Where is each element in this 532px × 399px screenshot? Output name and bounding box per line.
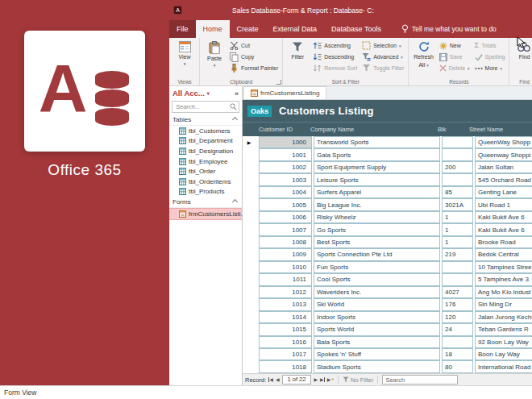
- cell-customer-id[interactable]: 1009: [259, 248, 312, 260]
- cell-street-name[interactable]: Bedok Central: [475, 248, 532, 260]
- record-selector[interactable]: ▶: [243, 311, 256, 323]
- record-selector[interactable]: ▶: [243, 136, 256, 148]
- record-selector[interactable]: ▶: [243, 148, 256, 160]
- cell-blk[interactable]: [442, 173, 473, 185]
- descending-button[interactable]: Descending: [311, 52, 359, 62]
- record-selector[interactable]: ▶: [243, 198, 256, 210]
- cell-blk[interactable]: 4027: [442, 286, 473, 298]
- delete-button[interactable]: Delete▾: [438, 63, 472, 73]
- cell-customer-id[interactable]: 1004: [259, 186, 312, 198]
- filter-status-button[interactable]: No Filter: [343, 376, 373, 384]
- table-row[interactable]: ▶ 1004 Surfers Apparel 85 Genting Lane: [243, 186, 532, 198]
- record-selector[interactable]: ▶: [243, 336, 256, 348]
- cell-company-name[interactable]: Big League Inc.: [314, 198, 440, 210]
- cell-street-name[interactable]: Kaki Bukit Ave 6: [475, 223, 532, 235]
- cell-street-name[interactable]: 5 Tampines Ave 3: [475, 273, 532, 285]
- table-row[interactable]: ▶ 1007 Go Sports 1 Kaki Bukit Ave 6: [243, 223, 532, 235]
- cell-company-name[interactable]: Sports World: [314, 323, 440, 335]
- refresh-all-button[interactable]: Refresh All ▾: [411, 40, 436, 69]
- nav-item-table[interactable]: tbl_Employee: [169, 156, 242, 167]
- cell-customer-id[interactable]: 1014: [259, 311, 312, 323]
- cell-street-name[interactable]: Ubi Road 1: [475, 198, 532, 210]
- table-row[interactable]: ▶ 1012 Waveriders Inc. 4027 Ang Mo Kio I…: [243, 286, 532, 298]
- nav-section-forms[interactable]: Forms: [169, 197, 242, 208]
- record-selector[interactable]: ▶: [243, 211, 256, 223]
- cell-blk[interactable]: 1: [442, 223, 473, 235]
- cell-customer-id[interactable]: 1012: [259, 286, 312, 298]
- cell-company-name[interactable]: Sports Connection Pte Ltd: [314, 248, 440, 260]
- previous-record-button[interactable]: ◀: [276, 377, 280, 382]
- tab-home[interactable]: Home: [196, 20, 230, 38]
- cell-company-name[interactable]: Gala Sports: [314, 148, 440, 160]
- totals-button[interactable]: Σ Totals: [473, 40, 507, 51]
- cell-street-name[interactable]: Ang Mo Kio Indust: [475, 286, 532, 298]
- record-search-input[interactable]: [382, 375, 458, 384]
- cell-customer-id[interactable]: 1002: [259, 161, 312, 173]
- table-row[interactable]: ▶ 1014 Indoor Sports 120 Jalan Jurong Ke…: [243, 311, 532, 323]
- first-record-button[interactable]: ◀: [268, 377, 273, 382]
- nav-item-table[interactable]: tbl_Customers: [169, 126, 242, 136]
- cell-street-name[interactable]: Kaki Bukit Ave 6: [475, 211, 532, 223]
- filter-button[interactable]: Filter: [285, 40, 310, 61]
- cell-company-name[interactable]: Best Sports: [314, 236, 440, 248]
- cell-blk[interactable]: [442, 336, 473, 348]
- cell-customer-id[interactable]: 1015: [259, 323, 312, 335]
- ascending-button[interactable]: Ascending: [311, 40, 359, 51]
- table-row[interactable]: ▶ 1005 Big League Inc. 3021A Ubi Road 1: [243, 198, 532, 210]
- cell-customer-id[interactable]: 1001: [259, 148, 312, 160]
- record-selector[interactable]: ▶: [243, 298, 256, 310]
- cell-street-name[interactable]: Teban Gardens R: [475, 323, 532, 335]
- cell-company-name[interactable]: Transworld Sports: [314, 136, 440, 148]
- cell-blk[interactable]: 85: [442, 186, 473, 198]
- cell-customer-id[interactable]: 1007: [259, 223, 312, 235]
- cell-blk[interactable]: 80: [442, 360, 473, 372]
- cell-customer-id[interactable]: 1017: [259, 348, 312, 360]
- next-record-button[interactable]: ▶: [314, 377, 318, 382]
- cell-customer-id[interactable]: 1016: [259, 336, 312, 348]
- cell-blk[interactable]: [442, 136, 473, 148]
- cell-company-name[interactable]: Indoor Sports: [314, 311, 440, 323]
- cell-company-name[interactable]: Leisure Sports: [314, 173, 440, 185]
- toggle-filter-button[interactable]: Toggle Filter: [360, 63, 405, 73]
- table-row[interactable]: ▶ 1002 Sport Equipment Supply 200 Jalan …: [243, 161, 532, 173]
- tab-create[interactable]: Create: [230, 20, 266, 38]
- nav-item-table[interactable]: tbl_Orderitems: [169, 177, 242, 187]
- advanced-button[interactable]: Advanced▾: [360, 52, 405, 62]
- record-selector[interactable]: ▶: [243, 323, 256, 335]
- cell-company-name[interactable]: Risky Wheelz: [314, 211, 440, 223]
- cell-customer-id[interactable]: 1003: [259, 173, 312, 185]
- format-painter-button[interactable]: Format Painter: [228, 63, 280, 73]
- record-position[interactable]: 1 of 22: [282, 375, 312, 384]
- record-selector[interactable]: ▶: [243, 286, 256, 298]
- paste-button[interactable]: Paste ▾: [202, 40, 227, 68]
- cell-blk[interactable]: 18: [442, 348, 473, 360]
- cell-blk[interactable]: 1: [442, 236, 473, 248]
- record-selector[interactable]: ▶: [243, 223, 256, 235]
- cell-street-name[interactable]: Jalan Jurong Kechi: [475, 311, 532, 323]
- cell-customer-id[interactable]: 1000: [259, 136, 312, 148]
- cell-company-name[interactable]: Stadium Sports: [314, 360, 440, 372]
- nav-item-table[interactable]: tbl_Products: [169, 187, 242, 197]
- record-selector[interactable]: ▶: [243, 161, 256, 173]
- cell-street-name[interactable]: QueenWay Shopp: [475, 136, 532, 148]
- new-blank-record-button[interactable]: ▶*: [327, 377, 334, 383]
- new-record-ribbon-button[interactable]: New: [438, 40, 472, 51]
- table-row[interactable]: ▶ 1008 Best Sports 1 Brooke Road: [243, 236, 532, 248]
- spelling-button[interactable]: Spelling: [473, 52, 507, 62]
- table-row[interactable]: ▶ 1017 Spokes 'n' Stuff 18 Boon Lay Way: [243, 348, 532, 360]
- cell-blk[interactable]: [442, 273, 473, 285]
- copy-button[interactable]: Copy: [228, 52, 280, 62]
- cell-street-name[interactable]: Genting Lane: [475, 186, 532, 198]
- table-row[interactable]: ▶ 1001 Gala Sports Queenway Shoppi: [243, 148, 532, 160]
- record-selector[interactable]: ▶: [243, 360, 256, 372]
- table-row[interactable]: ▶ 1018 Stadium Sports 80 International R…: [243, 360, 532, 372]
- record-selector[interactable]: ▶: [243, 173, 256, 185]
- more-button[interactable]: More▾: [473, 63, 507, 73]
- table-row[interactable]: ▶ 1011 Cool Sports 5 Tampines Ave 3: [243, 273, 532, 285]
- record-selector[interactable]: ▶: [243, 261, 256, 273]
- nav-search-input[interactable]: [174, 102, 230, 111]
- nav-pane-title[interactable]: All Acc...: [172, 89, 205, 98]
- cell-customer-id[interactable]: 1010: [259, 261, 312, 273]
- cell-blk[interactable]: 1: [442, 211, 473, 223]
- last-record-button[interactable]: ▶: [320, 377, 325, 382]
